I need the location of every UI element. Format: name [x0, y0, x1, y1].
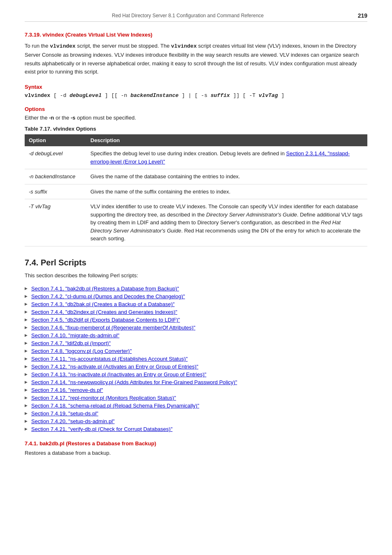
list-item: Section 7.4.7, "ldif2db.pl (Import)" [25, 339, 367, 347]
list-item: Section 7.4.4, "db2index.pl (Creates and… [25, 308, 367, 316]
list-item: Section 7.4.11, "ns-accountstatus.pl (Es… [25, 355, 367, 363]
row1-option-em: debugLevel [35, 150, 62, 157]
section-741-intro: Restores a database from a backup. [25, 449, 367, 458]
options-table: Option Description -d debugLevel Specifi… [25, 134, 367, 246]
section-741-heading: 7.4.1. bak2db.pl (Restores a Database fr… [25, 440, 367, 447]
syntax-param-backend: backendInstance [130, 92, 178, 99]
syntax-cmd: vlvindex [25, 92, 50, 99]
list-item: Section 7.4.16, "remove-ds.pl" [25, 386, 367, 394]
col-option: Option [25, 134, 86, 146]
table-row: -d debugLevel Specifies the debug level … [25, 146, 367, 169]
header-title: Red Hat Directory Server 8.1 Configurati… [25, 13, 351, 18]
perl-link-18[interactable]: Section 7.4.18, "schema-reload.pl (Reloa… [31, 403, 199, 409]
list-item: Section 7.4.6, "fixup-memberof.pl (Regen… [25, 324, 367, 332]
syntax-param-debug: debugLevel [69, 92, 101, 99]
perl-link-20[interactable]: Section 7.4.20, "setup-ds-admin.pl" [31, 418, 115, 424]
list-item: Section 7.4.18, "schema-reload.pl (Reloa… [25, 402, 367, 410]
page-container: Red Hat Directory Server 8.1 Configurati… [0, 0, 392, 479]
list-item: Section 7.4.2, "cl-dump.pl (Dumps and De… [25, 292, 367, 300]
list-item: Section 7.4.3, "db2bak.pl (Creates a Bac… [25, 300, 367, 308]
row4-option: -T vlvTag [25, 199, 86, 246]
perl-link-3[interactable]: Section 7.4.3, "db2bak.pl (Creates a Bac… [31, 301, 175, 307]
syntax-line: vlvindex [ -d debugLevel ] [[ -n backend… [25, 92, 367, 99]
section-74: 7.4. Perl Scripts This section describes… [25, 258, 367, 433]
perl-link-13[interactable]: Section 7.4.13, "ns-inactivate.pl (Inact… [31, 371, 206, 378]
table-row: -s suffix Gives the name of the suffix c… [25, 184, 367, 199]
col-description: Description [86, 134, 367, 146]
perl-link-8[interactable]: Section 7.4.8, "logconv.pl (Log Converte… [31, 348, 132, 354]
syntax-param-vlvtag: vlvTag [259, 92, 278, 99]
row4-book1: Directory Server Administrator's Guide [206, 212, 297, 218]
list-item: Section 7.4.10, "migrate-ds-admin.pl" [25, 332, 367, 339]
list-item: Section 7.4.1, "bak2db.pl (Restores a Da… [25, 285, 367, 292]
perl-link-1[interactable]: Section 7.4.1, "bak2db.pl (Restores a Da… [31, 286, 179, 292]
list-item: Section 7.4.5, "db2ldif.pl (Exports Data… [25, 316, 367, 324]
list-item: Section 7.4.20, "setup-ds-admin.pl" [25, 417, 367, 425]
option-s: -s [71, 115, 76, 121]
perl-link-14[interactable]: Section 7.4.14, "ns-newpwpolicy.pl (Adds… [31, 379, 237, 385]
row1-link[interactable]: Section 2.3.1.44, "nsslapd-errorlog-leve… [90, 150, 350, 165]
vlvindex-code2: vlvindex [171, 43, 196, 49]
row2-option-em: backendInstance [35, 173, 75, 180]
row1-option: -d debugLevel [25, 146, 86, 169]
table-title: Table 7.17. vlvindex Options [25, 126, 367, 132]
options-label: Options [25, 106, 367, 112]
table-row: -T vlvTag VLV index identifier to use to… [25, 199, 367, 246]
section-719-intro: To run the vlvindex script, the server m… [25, 42, 367, 76]
syntax-label: Syntax [25, 84, 367, 90]
section-74-heading: 7.4. Perl Scripts [25, 258, 367, 267]
page-header: Red Hat Directory Server 8.1 Configurati… [25, 12, 367, 22]
perl-link-11[interactable]: Section 7.4.11, "ns-accountstatus.pl (Es… [31, 356, 188, 362]
vlvindex-code1: vlvindex [50, 43, 75, 49]
perl-link-12[interactable]: Section 7.4.12, "ns-activate.pl (Activat… [31, 364, 198, 370]
table-row: -n backendInstance Gives the name of the… [25, 169, 367, 184]
perl-link-2[interactable]: Section 7.4.2, "cl-dump.pl (Dumps and De… [31, 293, 185, 299]
section-74-intro: This section describes the following Per… [25, 272, 367, 280]
list-item: Section 7.4.19, "setup-ds.pl" [25, 410, 367, 417]
list-item: Section 7.4.8, "logconv.pl (Log Converte… [25, 347, 367, 355]
perl-link-4[interactable]: Section 7.4.4, "db2index.pl (Creates and… [31, 309, 177, 315]
row1-desc: Specifies the debug level to use during … [86, 146, 367, 169]
perl-link-16[interactable]: Section 7.4.16, "remove-ds.pl" [31, 387, 103, 393]
syntax-param-suffix: suffix [211, 92, 230, 99]
perl-link-21[interactable]: Section 7.4.21, "verify-db.pl (Check for… [31, 426, 173, 432]
row4-option-em: vlvTag [35, 203, 51, 210]
row4-desc: VLV index identifier to use to create VL… [86, 199, 367, 246]
table-body: -d debugLevel Specifies the debug level … [25, 146, 367, 246]
list-item: Section 7.4.14, "ns-newpwpolicy.pl (Adds… [25, 378, 367, 386]
row3-option: -s suffix [25, 184, 86, 199]
perl-link-19[interactable]: Section 7.4.19, "setup-ds.pl" [31, 410, 98, 417]
perl-link-5[interactable]: Section 7.4.5, "db2ldif.pl (Exports Data… [31, 317, 180, 323]
row3-option-em: suffix [35, 189, 47, 195]
list-item: Section 7.4.13, "ns-inactivate.pl (Inact… [25, 371, 367, 378]
row2-option: -n backendInstance [25, 169, 86, 184]
table-header-row: Option Description [25, 134, 367, 146]
page-number: 219 [351, 12, 367, 19]
list-item: Section 7.4.21, "verify-db.pl (Check for… [25, 425, 367, 433]
list-item: Section 7.4.12, "ns-activate.pl (Activat… [25, 363, 367, 371]
perl-link-7[interactable]: Section 7.4.7, "ldif2db.pl (Import)" [31, 340, 111, 346]
section-719-heading: 7.3.19. vlvindex (Creates Virtual List V… [25, 32, 367, 38]
perl-link-10[interactable]: Section 7.4.10, "migrate-ds-admin.pl" [31, 332, 119, 339]
section-719: 7.3.19. vlvindex (Creates Virtual List V… [25, 32, 367, 246]
options-intro: Either the -n or the -s option must be s… [25, 115, 367, 121]
row4-book2: Red Hat Directory Server Administrator's… [90, 219, 341, 234]
perl-link-17[interactable]: Section 7.4.17, "repl-monitor.pl (Monito… [31, 395, 176, 401]
row2-desc: Gives the name of the database containin… [86, 169, 367, 184]
section-741: 7.4.1. bak2db.pl (Restores a Database fr… [25, 440, 367, 458]
perl-scripts-list: Section 7.4.1, "bak2db.pl (Restores a Da… [25, 285, 367, 433]
row3-desc: Gives the name of the suffix containing … [86, 184, 367, 199]
option-n: -n [49, 115, 54, 121]
list-item: Section 7.4.17, "repl-monitor.pl (Monito… [25, 394, 367, 402]
perl-link-6[interactable]: Section 7.4.6, "fixup-memberof.pl (Regen… [31, 325, 195, 331]
